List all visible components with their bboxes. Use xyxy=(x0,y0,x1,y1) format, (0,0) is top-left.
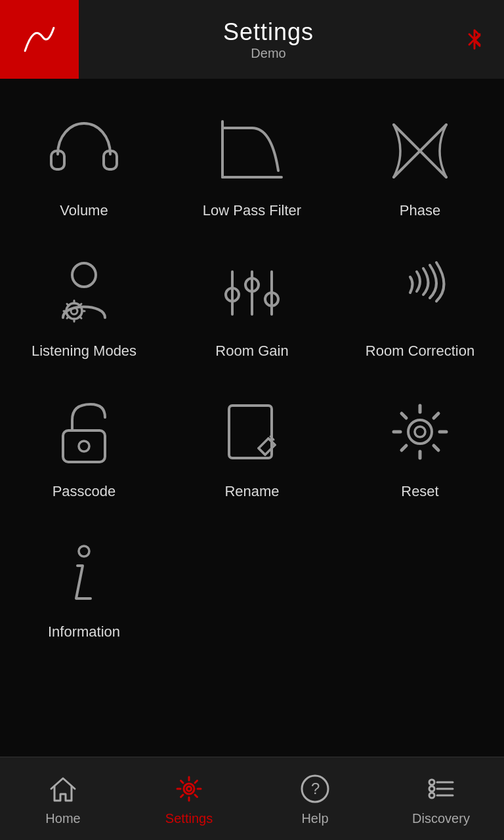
svg-point-39 xyxy=(184,784,194,794)
room-correction-item[interactable]: Room Correction xyxy=(336,232,504,373)
room-gain-item[interactable]: Room Gain xyxy=(168,232,336,373)
svg-point-40 xyxy=(187,786,192,791)
svg-point-28 xyxy=(408,420,432,444)
reset-item[interactable]: Reset xyxy=(336,373,504,513)
svg-point-6 xyxy=(72,263,96,287)
rename-label: Rename xyxy=(224,483,279,500)
svg-line-14 xyxy=(79,316,81,318)
nav-settings[interactable]: Settings xyxy=(126,757,252,840)
nav-discovery-label: Discovery xyxy=(412,811,470,826)
svg-point-53 xyxy=(429,786,434,791)
phase-item[interactable]: Phase xyxy=(336,92,504,232)
svg-line-27 xyxy=(259,448,265,455)
nav-settings-label: Settings xyxy=(165,811,213,826)
passcode-label: Passcode xyxy=(52,483,116,500)
low-pass-filter-item[interactable]: Low Pass Filter xyxy=(168,92,336,232)
room-correction-label: Room Correction xyxy=(366,343,474,360)
svg-line-16 xyxy=(67,316,69,318)
brand-logo xyxy=(0,0,79,79)
bluetooth-icon[interactable] xyxy=(458,23,491,56)
svg-line-45 xyxy=(181,780,184,783)
nav-help-label: Help xyxy=(301,811,328,826)
svg-point-38 xyxy=(79,546,89,556)
page-title: Settings xyxy=(79,18,458,46)
nav-help[interactable]: ? Help xyxy=(252,757,378,840)
rename-item[interactable]: Rename xyxy=(168,373,336,513)
header: Settings Demo xyxy=(0,0,504,79)
svg-line-13 xyxy=(67,304,69,306)
svg-point-24 xyxy=(79,441,89,452)
svg-rect-25 xyxy=(229,406,272,458)
svg-line-37 xyxy=(402,446,406,450)
bottom-nav: Home Settings ? Help xyxy=(0,757,504,840)
settings-grid: Volume Low Pass Filter Phase xyxy=(0,79,504,667)
svg-rect-23 xyxy=(63,430,105,462)
svg-line-47 xyxy=(195,780,198,783)
svg-line-35 xyxy=(434,446,438,450)
svg-point-29 xyxy=(415,427,425,437)
phase-label: Phase xyxy=(400,202,440,219)
reset-label: Reset xyxy=(401,483,438,500)
passcode-item[interactable]: Passcode xyxy=(0,373,168,513)
svg-text:?: ? xyxy=(311,780,320,797)
nav-home-label: Home xyxy=(45,811,80,826)
svg-point-51 xyxy=(429,780,434,785)
information-item[interactable]: Information xyxy=(0,513,168,654)
svg-line-48 xyxy=(181,795,184,797)
header-subtitle: Demo xyxy=(79,46,458,61)
listening-modes-label: Listening Modes xyxy=(32,343,136,360)
volume-item[interactable]: Volume xyxy=(0,92,168,232)
nav-home[interactable]: Home xyxy=(0,757,126,840)
room-gain-label: Room Gain xyxy=(215,343,288,360)
svg-line-36 xyxy=(434,413,438,418)
low-pass-filter-label: Low Pass Filter xyxy=(203,202,301,219)
svg-point-8 xyxy=(71,308,77,314)
volume-label: Volume xyxy=(60,202,108,219)
header-center: Settings Demo xyxy=(79,18,458,61)
nav-discovery[interactable]: Discovery xyxy=(378,757,504,840)
svg-line-34 xyxy=(402,413,406,418)
information-label: Information xyxy=(48,623,120,640)
svg-point-55 xyxy=(429,793,434,798)
listening-modes-item[interactable]: Listening Modes xyxy=(0,232,168,373)
svg-line-15 xyxy=(79,304,81,306)
svg-line-46 xyxy=(195,795,198,797)
